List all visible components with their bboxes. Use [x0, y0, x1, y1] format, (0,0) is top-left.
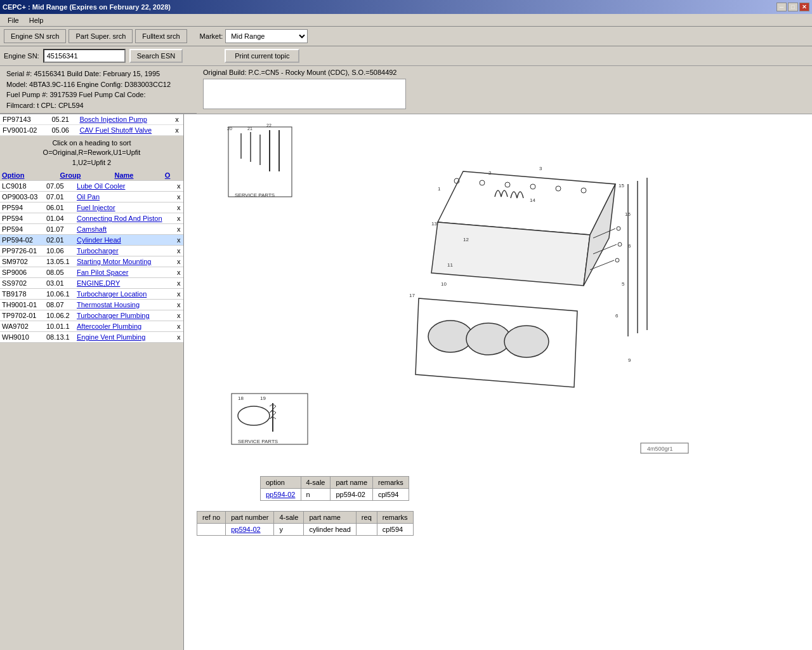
tab-fulltext-srch[interactable]: Fulltext srch [135, 29, 187, 43]
menu-file[interactable]: File [3, 15, 24, 25]
part-group-13: 10.01.1 [44, 321, 75, 332]
option-table-col-4sale: 4-sale [301, 477, 331, 489]
parts-detail-table: ref no part number 4-sale part name req … [197, 511, 414, 536]
part-row-0: LC9018 07.05 Lube Oil Cooler x [0, 181, 183, 192]
part-option-0: LC9018 [0, 181, 44, 192]
option-table-col-remarks: remarks [373, 477, 409, 489]
detail-refno-0 [197, 524, 226, 536]
part-group-8: 08.05 [44, 267, 75, 278]
detail-col-refno: ref no [197, 512, 226, 524]
part-o-11: x [175, 300, 183, 310]
toolbar: Engine SN srch Part Super. srch Fulltext… [0, 27, 812, 46]
detail-col-4sale: 4-sale [274, 512, 304, 524]
top-part-row-1: FV9001-02 05.06 CAV Fuel Shutoff Valve x [0, 125, 183, 136]
top-part-o-1: x [173, 125, 183, 136]
esn-label: Engine SN: [4, 52, 39, 60]
sale-cell-0: n [301, 489, 331, 501]
svg-text:14: 14 [530, 197, 535, 203]
part-name-0[interactable]: Lube Oil Cooler [75, 181, 175, 192]
left-panel: FP97143 05.21 Bosch Injection Pump x FV9… [0, 114, 184, 650]
part-option-6: PP9726-01 [0, 246, 44, 256]
col-header-o[interactable]: O [163, 170, 183, 181]
maximize-button[interactable]: □ [788, 3, 798, 11]
info-line3: Fuel Pump #: 3917539 Fuel Pump Cal Code: [6, 90, 190, 100]
menu-help[interactable]: Help [24, 15, 49, 25]
tab-part-super-srch[interactable]: Part Super. srch [69, 29, 133, 43]
part-o-2: x [175, 202, 183, 213]
detail-col-remarks: remarks [377, 512, 413, 524]
diagram-area: SERVICE PARTS 20 21 22 [184, 114, 755, 470]
part-row-11: TH9001-01 08.07 Thermostat Housing x [0, 300, 183, 310]
part-name-1[interactable]: Oil Pan [75, 192, 175, 202]
print-topic-button[interactable]: Print current topic [225, 49, 299, 63]
svg-point-37 [617, 227, 620, 230]
part-name-3[interactable]: Connecting Rod And Piston [75, 213, 175, 224]
part-row-10: TB9178 10.06.1 Turbocharger Location x [0, 289, 183, 300]
search-esn-button[interactable]: Search ESN [129, 49, 183, 63]
svg-text:6: 6 [615, 313, 619, 319]
part-group-0: 07.05 [44, 181, 75, 192]
part-name-7[interactable]: Starting Motor Mounting [75, 256, 175, 267]
part-name-12[interactable]: Turbocharger Plumbing [75, 310, 175, 321]
svg-point-39 [615, 258, 619, 262]
part-name-4[interactable]: Camshaft [75, 224, 175, 235]
part-option-14: WH9010 [0, 332, 44, 343]
detail-req-0 [356, 524, 377, 536]
minimize-button[interactable]: ─ [776, 3, 787, 11]
col-header-group[interactable]: Group [58, 170, 112, 181]
part-row-13: WA9702 10.01.1 Aftercooler Plumbing x [0, 321, 183, 332]
part-name-9[interactable]: ENGINE,DRY [75, 278, 175, 289]
top-part-name-1[interactable]: CAV Fuel Shutoff Valve [77, 125, 173, 136]
part-o-9: x [175, 278, 183, 289]
parts-scroll-area[interactable]: FP97143 05.21 Bosch Injection Pump x FV9… [0, 114, 183, 650]
detail-col-partname: part name [304, 512, 356, 524]
svg-text:10: 10 [441, 281, 447, 287]
bottom-tables: option 4-sale part name remarks pp594-02… [184, 470, 812, 552]
part-group-10: 10.06.1 [44, 289, 75, 300]
option-cell-0[interactable]: pp594-02 [261, 489, 301, 501]
info-line2: Model: 4BTA3.9C-116 Engine Config: D3830… [6, 79, 190, 90]
part-group-14: 08.13.1 [44, 332, 75, 343]
part-row-1: OP9003-03 07.01 Oil Pan x [0, 192, 183, 202]
market-select[interactable]: Mid Range [225, 29, 308, 43]
part-row-6: PP9726-01 10.06 Turbocharger x [0, 246, 183, 256]
part-option-4: PP594 [0, 224, 44, 235]
top-part-group-1: 05.06 [49, 125, 77, 136]
remarks-cell-0: cpl594 [373, 489, 409, 501]
part-name-6[interactable]: Turbocharger [75, 246, 175, 256]
esn-input[interactable] [43, 49, 126, 63]
svg-text:3: 3 [539, 166, 542, 171]
part-name-13[interactable]: Aftercooler Plumbing [75, 321, 175, 332]
part-group-7: 13.05.1 [44, 256, 75, 267]
svg-text:11: 11 [447, 262, 453, 268]
part-name-14[interactable]: Engine Vent Plumbing [75, 332, 175, 343]
parts-list-table: LC9018 07.05 Lube Oil Cooler x OP9003-03… [0, 181, 183, 343]
col-header-option[interactable]: Option [0, 170, 58, 181]
detail-partnum-0[interactable]: pp594-02 [226, 524, 274, 536]
svg-text:20: 20 [227, 126, 232, 131]
svg-point-16 [428, 321, 473, 352]
part-o-10: x [175, 289, 183, 300]
top-part-option-1: FV9001-02 [0, 125, 49, 136]
part-option-3: PP594 [0, 213, 44, 224]
close-button[interactable]: ✕ [799, 3, 809, 11]
top-part-name-0[interactable]: Bosch Injection Pump [77, 114, 173, 125]
part-name-10[interactable]: Turbocharger Location [75, 289, 175, 300]
part-group-5: 02.01 [44, 235, 75, 246]
tab-engine-sn-srch[interactable]: Engine SN srch [4, 29, 66, 43]
svg-text:21: 21 [247, 126, 252, 131]
sort-hint: Click on a heading to sort O=Original,R=… [0, 136, 183, 170]
part-name-2[interactable]: Fuel Injector [75, 202, 175, 213]
svg-point-17 [466, 323, 511, 355]
part-row-5: PP594-02 02.01 Cylinder Head x [0, 235, 183, 246]
part-option-10: TB9178 [0, 289, 44, 300]
option-table-header-row: option 4-sale part name remarks [261, 477, 409, 489]
part-name-5[interactable]: Cylinder Head [75, 235, 175, 246]
svg-text:18: 18 [238, 395, 244, 401]
svg-text:19: 19 [260, 395, 266, 401]
col-header-name[interactable]: Name [112, 170, 162, 181]
part-name-11[interactable]: Thermostat Housing [75, 300, 175, 310]
part-row-8: SP9006 08.05 Fan Pilot Spacer x [0, 267, 183, 278]
part-o-0: x [175, 181, 183, 192]
part-name-8[interactable]: Fan Pilot Spacer [75, 267, 175, 278]
